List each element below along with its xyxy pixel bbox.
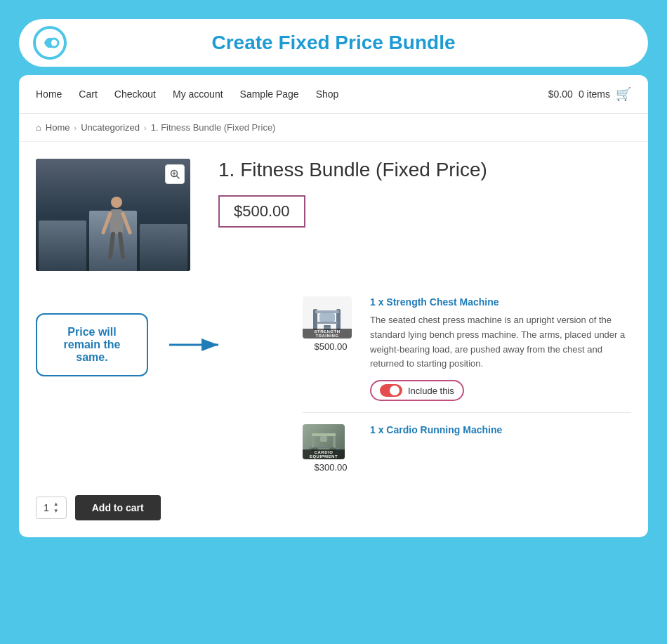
svg-line-4 xyxy=(103,213,110,232)
cart-amount: $0.00 xyxy=(548,88,573,100)
qty-down-arrow[interactable]: ▼ xyxy=(53,508,59,514)
breadcrumb-category[interactable]: Uncategorized xyxy=(81,122,140,133)
nav-bar: Home Cart Checkout My account Sample Pag… xyxy=(19,75,648,114)
callout-text: Price will remain the same. xyxy=(64,326,121,363)
main-content: Home Cart Checkout My account Sample Pag… xyxy=(19,75,648,537)
nav-sample-page[interactable]: Sample Page xyxy=(240,88,299,100)
svg-line-6 xyxy=(110,234,113,257)
nav-home[interactable]: Home xyxy=(36,88,62,100)
bundle-item-2-image-area: CARDIO EQUIPMENT $300.00 xyxy=(303,424,359,473)
svg-line-9 xyxy=(177,176,180,179)
cart-basket-icon[interactable]: 🛒 xyxy=(616,86,631,102)
breadcrumb-home[interactable]: Home xyxy=(46,122,70,133)
bundle-item-2-thumb: CARDIO EQUIPMENT xyxy=(303,424,345,459)
toggle-knob-1 xyxy=(390,386,399,395)
cart-items-count: 0 items xyxy=(579,88,610,100)
product-price: $500.00 xyxy=(218,195,305,228)
bundle-item-1-desc: The seated chest press machine is an upr… xyxy=(370,313,631,372)
page-title: Create Fixed Price Bundle xyxy=(78,32,589,54)
zoom-icon xyxy=(170,169,180,179)
quantity-value: 1 xyxy=(44,502,49,513)
bundle-item-1-image-area: STRENGTH TRAINING $500.00 xyxy=(303,296,359,352)
nav-links: Home Cart Checkout My account Sample Pag… xyxy=(36,88,548,100)
include-toggle-1[interactable]: Include this xyxy=(370,380,464,401)
include-label-1: Include this xyxy=(408,386,454,396)
product-title: 1. Fitness Bundle (Fixed Price) xyxy=(218,159,631,181)
thumb-label-2: CARDIO EQUIPMENT xyxy=(303,449,345,459)
breadcrumb-sep-1: › xyxy=(74,124,77,132)
svg-rect-16 xyxy=(315,310,339,313)
svg-rect-20 xyxy=(324,325,331,327)
breadcrumb: ⌂ Home › Uncategorized › 1. Fitness Bund… xyxy=(19,114,648,142)
product-info: 1. Fitness Bundle (Fixed Price) $500.00 xyxy=(218,159,631,249)
arrow-right-icon xyxy=(169,334,225,355)
price-callout: Price will remain the same. xyxy=(36,313,148,376)
svg-rect-18 xyxy=(319,313,335,322)
bundle-item-1-thumb: STRENGTH TRAINING xyxy=(303,296,352,339)
thumb-label-1: STRENGTH TRAINING xyxy=(303,329,352,339)
svg-rect-28 xyxy=(320,436,327,442)
toggle-switch-1[interactable] xyxy=(380,384,402,397)
zoom-button[interactable] xyxy=(165,164,185,184)
product-image-area xyxy=(36,159,190,271)
svg-line-5 xyxy=(123,213,130,232)
nav-cart[interactable]: Cart xyxy=(79,88,97,100)
page-wrapper: Create Fixed Price Bundle Home Cart Chec… xyxy=(11,11,656,546)
nav-checkout[interactable]: Checkout xyxy=(114,88,156,100)
quantity-spinner[interactable]: ▲ ▼ xyxy=(53,501,59,514)
bundle-item-1-details: 1 x Strength Chest Machine The seated ch… xyxy=(370,296,631,401)
bundle-item-2-name: 1 x Cardio Running Machine xyxy=(370,424,631,435)
svg-rect-17 xyxy=(317,322,338,324)
quantity-wrapper: 1 ▲ ▼ xyxy=(36,497,67,519)
svg-point-2 xyxy=(111,197,122,208)
breadcrumb-sep-2: › xyxy=(144,124,147,132)
add-to-cart-button[interactable]: Add to cart xyxy=(75,495,161,520)
svg-rect-24 xyxy=(312,433,336,436)
nav-cart-area: $0.00 0 items 🛒 xyxy=(548,86,631,102)
nav-shop[interactable]: Shop xyxy=(316,88,339,100)
bundle-item-2-price: $300.00 xyxy=(303,462,359,473)
bundle-item-1-price: $500.00 xyxy=(303,341,359,352)
logo-icon xyxy=(33,26,67,60)
person-silhouette xyxy=(98,194,136,261)
bundle-item-2: CARDIO EQUIPMENT $300.00 1 x Cardio Runn… xyxy=(303,413,631,484)
add-to-cart-row: 1 ▲ ▼ Add to cart xyxy=(19,484,648,537)
product-section: 1. Fitness Bundle (Fixed Price) $500.00 xyxy=(19,142,648,271)
bundle-item-1-name: 1 x Strength Chest Machine xyxy=(370,296,631,308)
svg-line-7 xyxy=(120,234,123,257)
home-icon: ⌂ xyxy=(36,122,41,133)
breadcrumb-current: 1. Fitness Bundle (Fixed Price) xyxy=(151,122,276,133)
nav-account[interactable]: My account xyxy=(173,88,223,100)
bundle-items-container: STRENGTH TRAINING $500.00 1 x Strength C… xyxy=(303,285,631,484)
header: Create Fixed Price Bundle xyxy=(19,19,648,67)
svg-rect-3 xyxy=(110,209,123,234)
bundle-item-1: STRENGTH TRAINING $500.00 1 x Strength C… xyxy=(303,285,631,413)
qty-up-arrow[interactable]: ▲ xyxy=(53,501,59,507)
bundle-item-2-details: 1 x Cardio Running Machine xyxy=(370,424,631,441)
